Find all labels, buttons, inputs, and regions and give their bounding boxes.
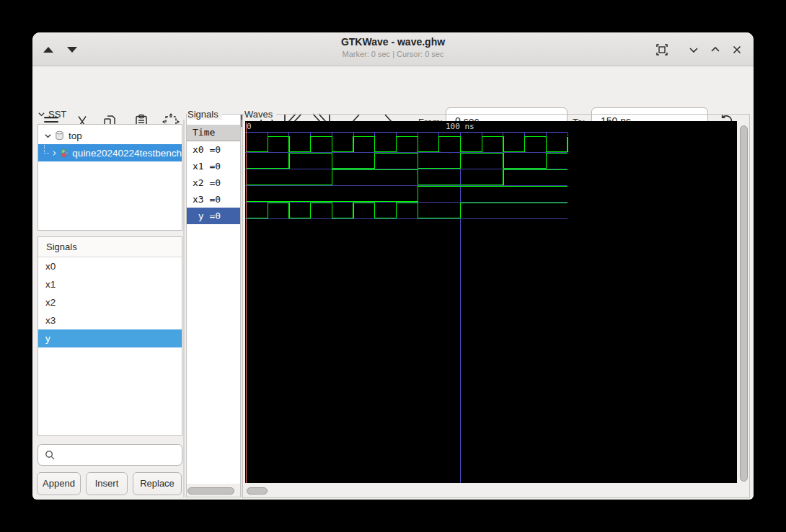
list-item-x0[interactable]: x0 xyxy=(38,257,182,275)
waveform-plot xyxy=(245,121,737,483)
fit-to-window-icon[interactable] xyxy=(653,40,671,59)
waves-hscrollbar[interactable] xyxy=(247,487,268,495)
waves-vscrollbar[interactable] xyxy=(740,125,748,482)
values-hscrollbar[interactable] xyxy=(187,487,234,495)
list-item-y[interactable]: y xyxy=(38,329,182,347)
signal-facility-list: Signals x0 x1 x2 x3 y xyxy=(37,236,182,436)
value-row-x3[interactable]: x3 =0 xyxy=(187,191,240,208)
toolbar: From: To: xyxy=(32,66,754,108)
minimize-icon[interactable] xyxy=(684,40,703,59)
chevron-down-icon xyxy=(37,110,45,118)
tree-node-label: top xyxy=(69,130,82,141)
replace-button[interactable]: Replace xyxy=(133,472,182,495)
chevron-down-icon xyxy=(44,132,52,140)
signal-list-header[interactable]: Signals xyxy=(38,237,182,257)
tree-node-label: quine20240224testbench xyxy=(72,148,182,159)
tree-node-top[interactable]: top xyxy=(38,127,182,144)
list-item-x3[interactable]: x3 xyxy=(38,311,182,329)
insert-button[interactable]: Insert xyxy=(86,472,128,495)
values-frame-label: Signals xyxy=(187,109,222,120)
signal-search-field xyxy=(37,444,182,466)
marker-cursor-status: Marker: 0 sec | Cursor: 0 sec xyxy=(32,50,754,58)
sst-tree: top quine20240224testbench xyxy=(37,124,182,231)
time-header[interactable]: Time xyxy=(187,125,240,141)
left-panel-splitter[interactable] xyxy=(183,120,185,497)
value-row-x2[interactable]: x2 =0 xyxy=(187,174,240,191)
list-item-x1[interactable]: x1 xyxy=(38,275,182,293)
append-button[interactable]: Append xyxy=(37,472,81,495)
tree-branch-line xyxy=(44,145,49,154)
raise-window-icon[interactable] xyxy=(39,40,58,59)
window-title: GTKWave - wave.ghw xyxy=(32,36,754,48)
gtkwave-window: GTKWave - wave.ghw Marker: 0 sec | Curso… xyxy=(32,32,754,500)
value-row-x1[interactable]: x1 =0 xyxy=(187,158,240,174)
chevron-right-icon xyxy=(51,149,58,157)
timescale-origin-label: 0 xyxy=(247,122,252,131)
list-item-x2[interactable]: x2 xyxy=(38,293,182,311)
timescale-major-label: 100 ns xyxy=(446,122,474,131)
sst-label: SST xyxy=(48,109,66,120)
maximize-icon[interactable] xyxy=(706,40,725,59)
search-icon xyxy=(45,450,56,461)
component-icon xyxy=(60,147,70,159)
search-input[interactable] xyxy=(58,445,180,464)
value-row-x0[interactable]: x0 =0 xyxy=(187,141,240,158)
module-icon xyxy=(54,130,65,141)
close-icon[interactable] xyxy=(728,40,746,59)
titlebar: GTKWave - wave.ghw Marker: 0 sec | Curso… xyxy=(32,32,754,66)
value-row-y[interactable]: y =0 xyxy=(187,208,240,224)
waves-frame-label: Waves xyxy=(244,109,276,120)
sst-section-header[interactable]: SST xyxy=(37,109,66,120)
lower-window-icon[interactable] xyxy=(63,40,81,59)
wave-canvas[interactable]: 0 100 ns xyxy=(245,121,737,483)
tree-node-testbench[interactable]: quine20240224testbench xyxy=(38,144,182,161)
